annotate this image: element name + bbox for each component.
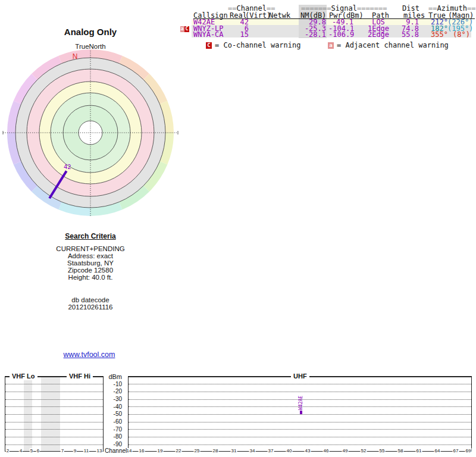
channel-tick-label: 46 [323, 448, 330, 453]
dbm-gridline [129, 437, 471, 437]
criteria-line: Address: exact [19, 252, 162, 259]
criteria-line: Zipcode 12580 [19, 267, 162, 274]
dbm-gridline [5, 429, 103, 430]
dbm-tick-label: -80 [106, 433, 122, 440]
cell-path: 2Edge [366, 32, 391, 38]
dbm-tick-label: -10 [106, 381, 122, 387]
dbm-gridline [129, 414, 471, 415]
channel-tick-label: 11 [83, 448, 89, 453]
azimuth-group-header: ==Azimuth== [428, 5, 475, 12]
dbm-axis-label: dBm [106, 373, 122, 380]
cell-power: -106.9 [328, 32, 353, 38]
dist-group-header: Dist [402, 5, 419, 12]
criteria-line: Height: 40.0 ft. [19, 274, 162, 281]
tvfool-link[interactable]: www.tvfool.com [18, 350, 161, 359]
adjacent-channel-legend-icon: a [328, 42, 334, 49]
criteria-line: Staatsburg, NY [19, 259, 162, 267]
cell-real-channel: 15 [225, 32, 249, 38]
db-datecode-value: 201210261116 [19, 303, 162, 311]
uhf-band-label: UHF [291, 373, 309, 380]
search-criteria-title: Search Criteria [65, 233, 115, 240]
signal-line-channel-label: 42 [64, 163, 71, 170]
tvfool-report-page: 42 Analog Only TrueNorth N ==Channel== =… [0, 0, 476, 457]
channel-tick-label: 9 [73, 448, 77, 453]
dbm-tick-label: -40 [106, 403, 122, 410]
vhf-panel [5, 377, 104, 452]
channel-tick-label: 52 [361, 448, 367, 453]
cell-azimuth-magnetic: (8°) [447, 32, 470, 38]
channel-tick-label: 40 [286, 448, 293, 453]
co-channel-legend-text: = Co-channel warning [215, 42, 301, 49]
cell-azimuth-true: 355° [424, 32, 448, 38]
polar-plot-title: Analog Only [64, 27, 117, 37]
col-header-netwk: Netwk [269, 12, 290, 19]
channel-axis-label: Channel [105, 447, 127, 454]
criteria-line: CURRENT+PENDING [19, 245, 162, 252]
dbm-gridline [5, 406, 103, 407]
channel-tick-label: 22 [176, 448, 182, 453]
channel-tick-label: 43 [305, 448, 311, 453]
true-north-label: TrueNorth [75, 43, 105, 50]
north-marker: N [73, 52, 78, 61]
polar-radar-plot: 42 Analog Only TrueNorth N [1, 21, 180, 223]
dbm-gridline [129, 429, 471, 430]
dbm-tick-label: -30 [106, 396, 122, 402]
channel-tick-label: 55 [379, 448, 386, 453]
dbm-tick-label: -50 [106, 411, 122, 417]
dbm-gridline [5, 399, 103, 400]
channel-tick-label: 31 [231, 448, 237, 453]
adjacent-channel-legend-text: = Adjacent channel warning [337, 42, 449, 49]
db-datecode-label: db datecode [19, 296, 162, 303]
dbm-gridline [5, 437, 103, 437]
channel-tick-label: 19 [157, 448, 164, 453]
channel-tick-label: 69 [465, 448, 472, 453]
channel-tick-label: 49 [342, 448, 349, 453]
col-header-virt: (Virt) [245, 12, 271, 19]
channel-tick-label: 28 [212, 448, 219, 453]
vhf-hi-band-label: VHF Hi [67, 373, 93, 380]
adjacent-channel-warning-icon: a [180, 26, 184, 32]
co-channel-legend-icon: C [206, 42, 212, 49]
cell-distance: 55.8 [394, 32, 419, 38]
dbm-gridline [5, 445, 103, 445]
dbm-gridline [129, 422, 471, 422]
dbm-tick-label: -60 [106, 418, 122, 425]
dbm-gridline [129, 384, 471, 384]
channel-tick-label: 25 [194, 448, 201, 453]
co-channel-warning-icon: C [184, 26, 189, 32]
dbm-gridline [129, 445, 471, 445]
channel-tick-label: 58 [397, 448, 404, 453]
channel-tick-label: 13 [96, 448, 103, 453]
channel-tick-label: 6 [36, 448, 40, 453]
dbm-gridline [5, 384, 103, 384]
signal-group-header: =======Signal======= [301, 5, 387, 12]
dbm-gridline [5, 422, 103, 422]
header-underline [193, 18, 475, 19]
channel-tick-label: 34 [249, 448, 256, 453]
search-criteria-block: Search Criteria CURRENT+PENDING Address:… [19, 233, 162, 311]
channel-tick-label: 67 [453, 448, 459, 453]
channel-tick-label: 5 [30, 448, 33, 453]
dbm-tick-label: -70 [106, 426, 122, 433]
channel-tick-label: 61 [416, 448, 422, 453]
channel-group-header: ==Channel== [228, 5, 275, 12]
cell-noise-margin: -28.1 [299, 32, 326, 38]
dbm-gridline [5, 392, 103, 392]
channel-tick-label: 37 [268, 448, 274, 453]
dbm-tick-label: -90 [106, 441, 122, 447]
vhf-lo-band-label: VHF Lo [10, 373, 37, 380]
station-signal-bar [300, 411, 303, 415]
channel-tick-label: 64 [434, 448, 441, 453]
dbm-gridline [5, 414, 103, 415]
channel-tick-label: 7 [61, 448, 64, 453]
channel-tick-label: 16 [139, 448, 145, 453]
station-marker-label: W42AE [298, 389, 304, 410]
channel-tick-label: 2 [6, 448, 10, 453]
dbm-tick-label: -20 [106, 388, 122, 395]
channel-tick-label: 4 [19, 448, 23, 453]
